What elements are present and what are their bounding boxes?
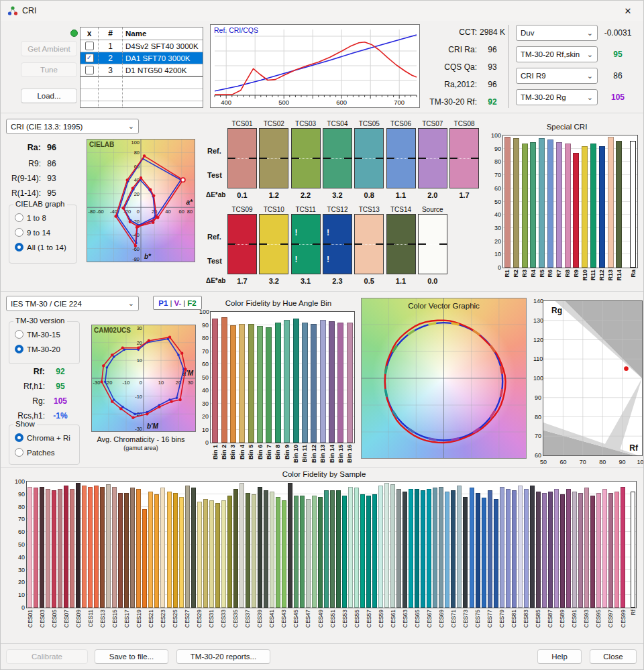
bar-R1 xyxy=(504,137,511,268)
bar-CES42 xyxy=(276,497,280,608)
x-tick-label: CES05 xyxy=(51,610,58,628)
ra-label: Ra: xyxy=(3,143,41,152)
radio-dot xyxy=(15,213,23,222)
cri-method-dropdown[interactable]: CRI (CIE 13.3: 1995)⌄ xyxy=(6,119,139,134)
close-button[interactable]: ✕ xyxy=(618,3,638,18)
radio-label: TM-30-15 xyxy=(27,331,60,339)
radio-1-to-8[interactable]: 1 to 8 xyxy=(15,213,46,222)
help-button[interactable]: Help xyxy=(537,649,582,664)
bar-CES79 xyxy=(500,487,504,608)
spectral-chart-title: Ref. CRI/CQS xyxy=(214,26,258,34)
delta-e-value-TCS01: 0.1 xyxy=(227,191,257,199)
radio-9-to-14[interactable]: 9 to 14 xyxy=(15,228,50,237)
patch-dash xyxy=(227,158,235,159)
row-checkbox-cell xyxy=(80,40,98,52)
checkbox[interactable] xyxy=(85,66,94,74)
tcs-label-Source: Source xyxy=(418,206,447,213)
bar-CES95 xyxy=(596,493,601,608)
table-row-empty xyxy=(80,89,203,101)
bar-CES15 xyxy=(112,487,117,608)
bar-CES60 xyxy=(384,483,389,608)
radio-all-1-to-14[interactable]: All (1 to 14) xyxy=(15,243,66,252)
delta-e-value-Source: 0.0 xyxy=(418,277,447,285)
close-window-button[interactable]: Close xyxy=(590,649,637,664)
bar-CES71 xyxy=(451,490,455,608)
bar-CES74 xyxy=(470,488,474,608)
radio-dot xyxy=(15,345,23,353)
tcs-label-TCS06: TCS06 xyxy=(386,120,416,127)
table-row[interactable]: 3D1 NTG50 4200K xyxy=(80,64,203,76)
bar-CES83 xyxy=(524,489,529,608)
y-tick-label: 10 xyxy=(7,592,25,598)
delta-e-value-TCS02: 1.2 xyxy=(259,191,288,199)
rg-label: Rg: xyxy=(3,396,45,406)
metric-dropdown-2[interactable]: TM-30-20 Rf,skin⌄ xyxy=(516,46,598,62)
group-title: Show xyxy=(13,420,37,428)
titlebar: CRI ✕ xyxy=(1,1,643,21)
bar-CES93 xyxy=(584,488,589,608)
delta-e-value-TCS13: 0.5 xyxy=(354,277,384,285)
x-tick-label: CES31 xyxy=(208,610,215,628)
pvf-p1: P1 xyxy=(158,299,168,307)
x-tick-label: CES61 xyxy=(390,610,396,628)
tm30-reports-button[interactable]: TM-30-20 reports... xyxy=(176,649,270,664)
bar-CES17 xyxy=(124,493,129,608)
x-tick-label: Bin 12 xyxy=(311,445,317,463)
tm30-method-dropdown[interactable]: IES TM-30 / CIE 224⌄ xyxy=(6,296,139,311)
x-tick-label: CES15 xyxy=(111,610,118,628)
get-ambient-button[interactable]: Get Ambient xyxy=(21,41,77,56)
svg-text:-30: -30 xyxy=(135,426,142,432)
chart-title: Special CRI xyxy=(491,123,643,131)
bar-CES75 xyxy=(476,493,480,608)
bar-CES89 xyxy=(560,494,565,608)
pvf-separator: | xyxy=(170,299,172,307)
metric-dropdown-1[interactable]: Duv⌄ xyxy=(516,25,598,41)
section-divider xyxy=(1,113,643,113)
radio-tm-30-15[interactable]: TM-30-15 xyxy=(15,330,60,339)
bar-CES76 xyxy=(482,498,486,608)
y-tick-label: 70 xyxy=(7,516,25,522)
cqs-qa-value: 93 xyxy=(474,61,511,73)
table-row[interactable]: 1D4Sv2 SFT40 3000K xyxy=(80,40,203,52)
bar-R2 xyxy=(513,138,519,268)
checkbox[interactable] xyxy=(85,42,94,50)
app-icon xyxy=(7,5,18,16)
tune-button[interactable]: Tune xyxy=(21,62,77,77)
radio-patches[interactable]: Patches xyxy=(15,448,55,457)
table-row[interactable]: ✓2DA1 SFT70 3000K xyxy=(80,52,203,64)
ra-value: 96 xyxy=(42,143,61,152)
x-tick-label: CES97 xyxy=(607,610,614,628)
metric-dropdown-4[interactable]: TM-30-20 Rg⌄ xyxy=(516,89,598,105)
radio-label: TM-30-20 xyxy=(27,345,60,353)
bar-CES58 xyxy=(372,494,377,608)
delta-e-value-TCS11: 3.1 xyxy=(291,277,321,285)
metric-dropdown-3[interactable]: CRI R9⌄ xyxy=(516,68,598,84)
bar-CES41 xyxy=(270,492,274,608)
delta-e-value-TCS04: 3.2 xyxy=(323,191,352,199)
radio-label: 1 to 8 xyxy=(27,214,46,222)
bar-Bin 9 xyxy=(284,320,290,443)
patch-dash xyxy=(280,243,288,245)
delta-e-value-TCS06: 1.1 xyxy=(386,191,416,199)
pvf-toggle-button[interactable]: P1 | V- | F2 xyxy=(153,296,202,310)
radio-tm-30-20[interactable]: TM-30-20 xyxy=(15,345,60,353)
y-tick-label: 0 xyxy=(491,264,501,271)
column-header-x: x xyxy=(80,27,98,40)
chevron-down-icon: ⌄ xyxy=(587,93,593,102)
save-to-file-button[interactable]: Save to file... xyxy=(95,649,168,664)
x-tick-label: CES01 xyxy=(27,610,34,628)
checkbox-checked[interactable]: ✓ xyxy=(85,54,94,62)
patch-dash xyxy=(408,243,416,245)
x-tick-label: Bin 7 xyxy=(266,445,272,459)
divider xyxy=(508,25,509,108)
show-group: Show Chroma + Ri Patches xyxy=(9,425,80,465)
row-checkbox-cell xyxy=(80,64,98,76)
bar-CES69 xyxy=(439,487,443,608)
radio-dot xyxy=(15,330,23,339)
calibrate-button[interactable]: Calibrate xyxy=(6,649,88,664)
load-button[interactable]: Load... xyxy=(21,89,77,103)
y-tick-label: 70 xyxy=(199,348,209,355)
radio-chroma-ri[interactable]: Chroma + Ri xyxy=(15,433,70,442)
tm30-rf-value: 92 xyxy=(474,96,511,108)
pvf-separator: | xyxy=(183,299,185,307)
